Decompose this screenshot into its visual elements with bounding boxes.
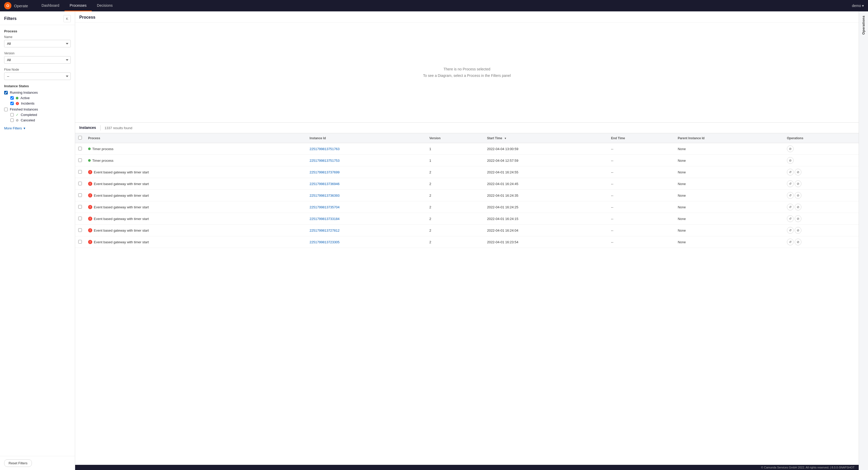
canceled-label: Canceled <box>21 118 35 122</box>
instance-id-link[interactable]: 2251799813723305 <box>310 240 340 244</box>
retry-button[interactable]: ↺ <box>787 239 794 245</box>
operations-cell: ↺⊘ <box>787 180 856 187</box>
instance-id-link[interactable]: 2251799813727812 <box>310 229 340 232</box>
operations-cell: ↺⊘ <box>787 192 856 199</box>
instances-tab[interactable]: Instances <box>79 126 96 130</box>
instance-id-link[interactable]: 2251799813751763 <box>310 147 340 151</box>
nav-processes[interactable]: Processes <box>64 0 92 11</box>
end-time-cell: -- <box>608 236 675 248</box>
start-time-col-header[interactable]: Start Time ▼ <box>484 133 608 143</box>
row-checkbox[interactable] <box>78 182 82 185</box>
cancel-button[interactable]: ⊘ <box>795 180 801 187</box>
more-filters-chevron-icon: ▾ <box>24 126 25 130</box>
instance-id-link[interactable]: 2251799813751753 <box>310 159 340 163</box>
retry-button[interactable]: ↺ <box>787 169 794 175</box>
table-row: !Event based gateway with timer start225… <box>75 225 859 236</box>
incidents-row: ! Incidents <box>10 101 71 105</box>
process-panel-title: Process <box>79 15 95 20</box>
filters-title: Filters <box>4 16 17 21</box>
process-section-title: Process <box>4 29 71 33</box>
operations-sidebar-label[interactable]: Operations <box>862 13 865 37</box>
top-nav: O Operate Dashboard Processes Decisions … <box>0 0 868 11</box>
row-checkbox[interactable] <box>78 193 82 197</box>
select-all-checkbox[interactable] <box>78 136 82 139</box>
finished-instances-checkbox[interactable] <box>4 108 8 111</box>
flow-node-select[interactable]: -- <box>4 72 71 80</box>
parent-instance-cell: None <box>675 190 784 201</box>
cancel-button[interactable]: ⊘ <box>795 215 801 222</box>
process-name: !Event based gateway with timer start <box>88 182 303 186</box>
cancel-button[interactable]: ⊘ <box>795 227 801 234</box>
canceled-icon: ⊘ <box>16 118 19 122</box>
instances-header: Instances 1337 results found <box>75 123 859 133</box>
table-row: !Event based gateway with timer start225… <box>75 201 859 213</box>
process-name-select[interactable]: All <box>4 40 71 47</box>
instance-id-link[interactable]: 2251799813737699 <box>310 170 340 174</box>
retry-button[interactable]: ↺ <box>787 192 794 199</box>
instance-id-link[interactable]: 2251799813735704 <box>310 205 340 209</box>
row-checkbox[interactable] <box>78 158 82 162</box>
instance-states-title: Instance States <box>4 84 71 88</box>
canceled-row: ⊘ Canceled <box>10 118 71 122</box>
cancel-button[interactable]: ⊘ <box>787 145 794 152</box>
process-name: !Event based gateway with timer start <box>88 170 303 174</box>
cancel-button[interactable]: ⊘ <box>795 192 801 199</box>
start-time-cell: 2022-04-01 16:24:35 <box>484 190 608 201</box>
instances-panel: Instances 1337 results found Process Ins… <box>75 123 859 465</box>
version-cell: 2 <box>426 178 484 190</box>
flow-node-label: Flow Node <box>4 68 71 71</box>
collapse-filters-button[interactable]: K <box>63 15 71 22</box>
instance-id-col-header: Instance Id <box>307 133 426 143</box>
canceled-checkbox[interactable] <box>10 119 14 122</box>
retry-button[interactable]: ↺ <box>787 180 794 187</box>
table-head: Process Instance Id Version Start Time ▼… <box>75 133 859 143</box>
retry-button[interactable]: ↺ <box>787 227 794 234</box>
operations-cell: ⊘ <box>787 145 856 152</box>
row-checkbox[interactable] <box>78 216 82 220</box>
version-select[interactable]: All <box>4 56 71 64</box>
finished-instances-row: Finished Instances <box>4 107 71 111</box>
instance-id-link[interactable]: 2251799813736946 <box>310 182 340 186</box>
version-cell: 2 <box>426 201 484 213</box>
user-section[interactable]: demo ▾ <box>852 4 864 8</box>
operations-cell: ↺⊘ <box>787 169 856 175</box>
process-empty-line2: To see a Diagram, select a Process in th… <box>423 72 511 79</box>
row-checkbox[interactable] <box>78 205 82 209</box>
end-time-cell: -- <box>608 143 675 155</box>
reset-btn-container: Reset Filters <box>0 456 75 470</box>
row-checkbox[interactable] <box>78 228 82 232</box>
cancel-button[interactable]: ⊘ <box>795 239 801 245</box>
user-chevron-icon: ▾ <box>862 4 864 8</box>
process-panel-header: Process <box>75 11 859 23</box>
cancel-button[interactable]: ⊘ <box>787 157 794 164</box>
cancel-button[interactable]: ⊘ <box>795 204 801 210</box>
table-row: !Event based gateway with timer start225… <box>75 178 859 190</box>
instance-id-link[interactable]: 2251799813736393 <box>310 194 340 198</box>
completed-checkbox[interactable] <box>10 113 14 116</box>
nav-links: Dashboard Processes Decisions <box>36 0 118 11</box>
end-time-cell: -- <box>608 190 675 201</box>
retry-button[interactable]: ↺ <box>787 215 794 222</box>
right-sidebar: Operations <box>859 11 868 470</box>
footer-text: © Camunda Services GmbH 2022. All rights… <box>761 466 855 469</box>
row-checkbox[interactable] <box>78 170 82 174</box>
user-name: demo <box>852 4 861 8</box>
active-checkbox[interactable] <box>10 96 14 100</box>
nav-dashboard[interactable]: Dashboard <box>36 0 64 11</box>
running-instances-checkbox[interactable] <box>4 91 8 95</box>
version-label: Version <box>4 52 71 55</box>
filters-header: Filters K <box>0 11 75 25</box>
running-instances-label: Running Instances <box>10 91 38 95</box>
instance-id-link[interactable]: 2251799813733184 <box>310 217 340 221</box>
retry-button[interactable]: ↺ <box>787 204 794 210</box>
end-time-cell: -- <box>608 178 675 190</box>
reset-filters-button[interactable]: Reset Filters <box>4 459 32 467</box>
row-checkbox[interactable] <box>78 147 82 150</box>
parent-instance-cell: None <box>675 213 784 225</box>
nav-decisions[interactable]: Decisions <box>92 0 118 11</box>
cancel-button[interactable]: ⊘ <box>795 169 801 175</box>
status-dot <box>88 147 91 150</box>
more-filters-button[interactable]: More Filters ▾ <box>4 126 71 130</box>
row-checkbox[interactable] <box>78 240 82 243</box>
incidents-checkbox[interactable] <box>10 102 14 105</box>
